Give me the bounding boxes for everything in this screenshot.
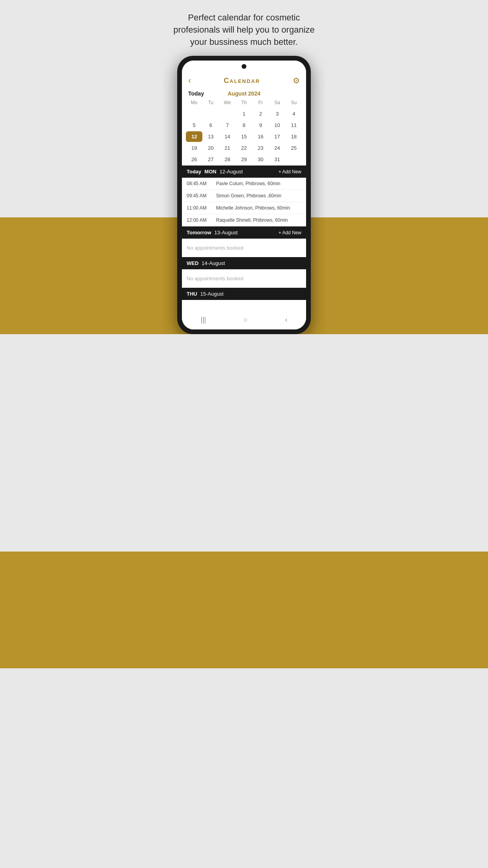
wed-section-header: WED 14-August [182, 257, 306, 269]
appt-row-2[interactable]: 09:45 AM Simon Green, Phibrows ,60min [182, 190, 306, 202]
cal-day-17[interactable]: 17 [269, 131, 285, 142]
cal-day-27[interactable]: 27 [202, 154, 219, 165]
app-title: Calendar [224, 77, 260, 85]
cal-day-12-selected[interactable]: 12 [186, 131, 202, 142]
phone-frame: ‹ Calendar ⚙ Today August 2024 Mo [177, 56, 311, 334]
settings-icon[interactable]: ⚙ [293, 76, 300, 85]
cal-day-29[interactable]: 29 [236, 154, 252, 165]
cal-day-15[interactable]: 15 [236, 131, 252, 142]
calendar-row-4: 19 20 21 22 23 24 25 [186, 143, 302, 153]
appt-detail-1: Pavle Culum, Phibrows, 60min [216, 181, 280, 186]
day-header-fr: Fr [252, 98, 269, 107]
cal-day-21[interactable]: 21 [219, 143, 236, 153]
today-add-new-button[interactable]: + Add New [279, 169, 301, 175]
today-day-label: Today [187, 169, 201, 175]
cal-day-25[interactable]: 25 [286, 143, 302, 153]
tomorrow-section-header: Tomorrow 13-August + Add New [182, 226, 306, 239]
page-container: Perfect calendar for cosmetic profesiona… [163, 0, 325, 334]
thu-date: 15-August [200, 291, 301, 297]
month-label: August 2024 [227, 90, 260, 97]
today-dow: MON [204, 169, 216, 175]
phone-wrapper: ‹ Calendar ⚙ Today August 2024 Mo [163, 56, 325, 334]
cal-day-3[interactable]: 3 [269, 108, 285, 119]
cal-day-13[interactable]: 13 [202, 131, 219, 142]
appt-time-4: 12:00 AM [187, 217, 216, 223]
tomorrow-date: 13-August [215, 230, 275, 235]
cal-day-empty [219, 108, 236, 119]
cal-day-23[interactable]: 23 [252, 143, 269, 153]
cal-day-empty [202, 108, 219, 119]
cal-day-1[interactable]: 1 [236, 108, 252, 119]
wed-no-appts: No appointments booked [182, 269, 306, 288]
today-date: 12-August [220, 169, 275, 175]
cal-day-26[interactable]: 26 [186, 154, 202, 165]
thu-day-label: THU [187, 291, 197, 297]
calendar-row-2: 5 6 7 8 9 10 11 [186, 120, 302, 131]
cal-day-empty [286, 154, 302, 165]
camera-dot [242, 64, 246, 69]
appt-time-1: 08:45 AM [187, 181, 216, 186]
day-headers: Mo Tu We Th Fr Sa Su [186, 98, 302, 107]
cal-day-8[interactable]: 8 [236, 120, 252, 131]
appt-detail-4: Raquelle Shmell, Phibrows, 60min [216, 217, 288, 223]
cal-day-11[interactable]: 11 [286, 120, 302, 131]
month-nav: Today August 2024 [182, 89, 306, 98]
today-section-header: Today MON 12-August + Add New [182, 166, 306, 178]
cal-day-16[interactable]: 16 [252, 131, 269, 142]
appt-detail-2: Simon Green, Phibrows ,60min [216, 193, 281, 199]
calendar-app: ‹ Calendar ⚙ Today August 2024 Mo [182, 72, 306, 329]
cal-day-7[interactable]: 7 [219, 120, 236, 131]
appt-row-3[interactable]: 11:00 AM Michelle Johnson, Phibrows, 60m… [182, 202, 306, 214]
appt-row-4[interactable]: 12:00 AM Raquelle Shmell, Phibrows, 60mi… [182, 214, 306, 226]
cal-day-5[interactable]: 5 [186, 120, 202, 131]
cal-day-empty [186, 108, 202, 119]
nav-back-icon[interactable]: ‹ [285, 316, 287, 324]
cal-day-20[interactable]: 20 [202, 143, 219, 153]
appt-detail-3: Michelle Johnson, Phibrows, 60min [216, 205, 290, 211]
phone-camera [182, 61, 306, 72]
back-button[interactable]: ‹ [188, 75, 191, 86]
wed-date: 14-August [202, 260, 301, 266]
cal-day-31[interactable]: 31 [269, 154, 285, 165]
calendar-row-1: 1 2 3 4 [186, 108, 302, 119]
cal-day-22[interactable]: 22 [236, 143, 252, 153]
thu-section-header: THU 15-August [182, 288, 306, 300]
home-icon[interactable]: ○ [244, 316, 248, 324]
cal-day-14[interactable]: 14 [219, 131, 236, 142]
calendar-row-5: 26 27 28 29 30 31 [186, 154, 302, 165]
day-header-we: We [219, 98, 236, 107]
cal-day-28[interactable]: 28 [219, 154, 236, 165]
tomorrow-day-label: Tomorrow [187, 230, 211, 235]
cal-day-19[interactable]: 19 [186, 143, 202, 153]
day-header-tu: Tu [202, 98, 219, 107]
app-header: ‹ Calendar ⚙ [182, 72, 306, 89]
day-header-th: Th [236, 98, 252, 107]
promo-text: Perfect calendar for cosmetic profesiona… [163, 0, 325, 56]
appt-time-2: 09:45 AM [187, 193, 216, 199]
recent-apps-icon[interactable]: ||| [201, 316, 206, 324]
phone-screen: ‹ Calendar ⚙ Today August 2024 Mo [182, 61, 306, 329]
cal-day-2[interactable]: 2 [252, 108, 269, 119]
day-header-su: Su [286, 98, 302, 107]
tomorrow-no-appts: No appointments booked [182, 239, 306, 257]
cal-day-9[interactable]: 9 [252, 120, 269, 131]
cal-day-6[interactable]: 6 [202, 120, 219, 131]
cal-day-18[interactable]: 18 [286, 131, 302, 142]
cal-day-4[interactable]: 4 [286, 108, 302, 119]
wed-day-label: WED [187, 260, 198, 266]
day-header-mo: Mo [186, 98, 202, 107]
tomorrow-add-new-button[interactable]: + Add New [279, 230, 301, 235]
today-label[interactable]: Today [188, 90, 204, 97]
phone-nav-bar: ||| ○ ‹ [182, 312, 306, 329]
cal-day-24[interactable]: 24 [269, 143, 285, 153]
calendar-grid: Mo Tu We Th Fr Sa Su [182, 98, 306, 165]
day-header-sa: Sa [269, 98, 285, 107]
cal-day-30[interactable]: 30 [252, 154, 269, 165]
appt-time-3: 11:00 AM [187, 205, 216, 211]
cal-day-10[interactable]: 10 [269, 120, 285, 131]
appt-row-1[interactable]: 08:45 AM Pavle Culum, Phibrows, 60min [182, 178, 306, 190]
calendar-row-3: 12 13 14 15 16 17 18 [186, 131, 302, 142]
